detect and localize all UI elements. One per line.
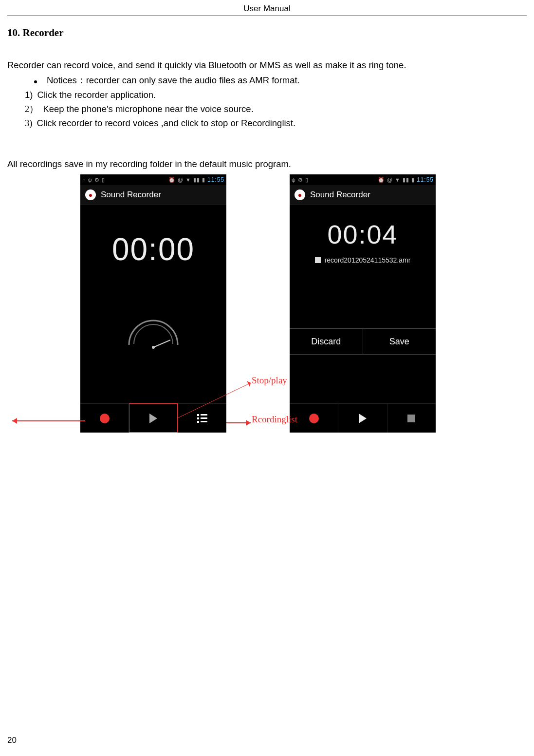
svg-marker-3 (12, 418, 17, 424)
stop-indicator-icon (315, 257, 321, 263)
app-title-bar: ● Sound Recorder (80, 185, 226, 205)
section-number: 10. (7, 27, 20, 38)
svg-line-0 (153, 340, 170, 347)
alarm-icon: ⏰ (378, 177, 385, 183)
status-bar: ○ ψ ⚙ ▯ ⏰ @ ▼ ▮▮ ▮ 11:55 (80, 174, 226, 185)
timer-display: 00:04 (290, 219, 436, 249)
screenshots-row: ○ ψ ⚙ ▯ ⏰ @ ▼ ▮▮ ▮ 11:55 ● Sound Recorde… (80, 174, 527, 433)
recorder-app-icon: ● (295, 189, 305, 200)
section-name: Recorder (23, 27, 64, 38)
arrow-to-record (12, 416, 90, 426)
debug-icon: ⚙ (94, 177, 100, 183)
usb-icon: ψ (88, 177, 92, 183)
notice-text: recorder can only save the audio files a… (86, 75, 300, 85)
step-1-number: 1) (25, 90, 33, 100)
svg-point-1 (152, 346, 155, 349)
app-title-text: Sound Recorder (101, 190, 161, 200)
svg-line-4 (178, 383, 251, 418)
recorder-button-bar (290, 403, 436, 433)
step-2: 2） Keep the phone's microphone near the … (25, 102, 527, 116)
page-number: 20 (7, 736, 17, 745)
arrow-to-stopplay (178, 379, 260, 423)
status-bar: ψ ⚙ ▯ ⏰ @ ▼ ▮▮ ▮ 11:55 (290, 174, 436, 185)
callout-stopplay: Stop/play (252, 375, 287, 386)
step-2-number: 2） (25, 104, 38, 114)
discard-save-row: Discard Save (290, 328, 436, 355)
recording-filename: record20120524115532.amr (325, 256, 411, 264)
step-3-text: Click recorder to record voices ,and cli… (37, 118, 296, 128)
discard-button[interactable]: Discard (290, 329, 363, 354)
debug-icon: ⚙ (298, 177, 303, 183)
stop-button[interactable] (387, 404, 436, 433)
status-time: 11:55 (417, 176, 434, 183)
sd-icon: ▯ (305, 177, 309, 183)
app-title-bar: ● Sound Recorder (290, 185, 436, 205)
wifi-icon: ▼ (395, 177, 401, 183)
recorder-app-icon: ● (85, 189, 96, 200)
notice-lead: Notices： (47, 75, 86, 85)
step-1-text: Click the recorder application. (37, 90, 156, 100)
vu-meter-icon (124, 321, 183, 350)
at-icon: @ (178, 177, 184, 183)
signal-icon: ▮▮ (403, 177, 409, 183)
svg-marker-5 (247, 381, 251, 387)
filename-row: record20120524115532.amr (290, 256, 436, 264)
step-3: 3) Click recorder to record voices ,and … (25, 116, 527, 131)
callout-box-play (129, 403, 178, 433)
screenshot-recorder-recording: ψ ⚙ ▯ ⏰ @ ▼ ▮▮ ▮ 11:55 ● Sound Recorder … (290, 174, 436, 433)
wifi-icon: ▼ (185, 177, 191, 183)
bullet-icon (34, 80, 37, 83)
svg-marker-7 (246, 420, 251, 426)
page-header: User Manual (7, 4, 527, 16)
signal-icon: ▮▮ (193, 177, 200, 183)
usb-icon: ψ (292, 177, 296, 183)
app-title-text: Sound Recorder (310, 190, 370, 200)
timer-display: 00:00 (80, 231, 226, 267)
section-title: 10. Recorder (7, 27, 527, 39)
step-3-number: 3) (25, 118, 32, 128)
sd-icon: ▯ (102, 177, 105, 183)
circle-icon: ○ (82, 177, 86, 183)
status-time: 11:55 (207, 176, 224, 183)
at-icon: @ (387, 177, 393, 183)
play-stop-button[interactable] (338, 404, 387, 433)
step-2-text: Keep the phone's microphone near the voi… (43, 104, 253, 114)
arrow-to-recordinglist (226, 418, 253, 428)
callout-recordinglist: Rcordinglist (252, 414, 297, 425)
battery-icon: ▮ (411, 177, 415, 183)
notice-row: Notices：recorder can only save the audio… (34, 74, 527, 88)
battery-icon: ▮ (202, 177, 205, 183)
intro-paragraph: Recorder can record voice, and send it q… (7, 58, 527, 73)
save-location-text: All recordings save in my recording fold… (7, 157, 527, 171)
save-button[interactable]: Save (363, 329, 436, 354)
step-1: 1) Click the recorder application. (25, 88, 527, 102)
alarm-icon: ⏰ (168, 177, 176, 183)
